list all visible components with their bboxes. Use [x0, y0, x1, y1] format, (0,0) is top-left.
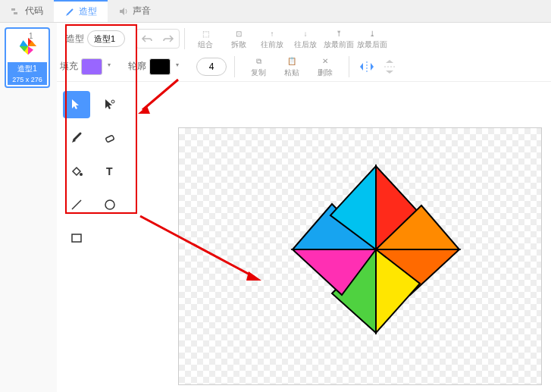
- style-toolbar: 填充 轮廓 ⧉复制 📋粘贴 ✕删除: [57, 52, 551, 82]
- tool-select[interactable]: [63, 91, 90, 118]
- tool-text[interactable]: T: [96, 158, 124, 185]
- thumb-size: 275 x 276: [8, 76, 47, 85]
- outline-color-picker[interactable]: [149, 58, 171, 75]
- fill-group: 填充: [60, 58, 102, 75]
- svg-marker-7: [20, 40, 28, 46]
- svg-point-11: [111, 100, 114, 103]
- svg-point-14: [80, 173, 83, 176]
- paste-icon: 📋: [287, 55, 296, 67]
- tool-circle[interactable]: [96, 191, 124, 218]
- costume-list: 1 造型1 275 x 276: [0, 23, 57, 392]
- toolbox: T: [57, 82, 125, 392]
- arrange-actions: ⬚组合 ⊡拆散 ↑往前放 ↓往后放 ⤒放最前面 ⤓放最后面: [189, 25, 388, 52]
- costume-name-group: 造型: [60, 27, 131, 50]
- ungroup-icon: ⊡: [236, 27, 242, 39]
- backward-button[interactable]: ↓往后放: [290, 25, 321, 52]
- costume-name-input[interactable]: [87, 30, 125, 47]
- edit-actions: ⧉复制 📋粘贴 ✕删除: [243, 53, 341, 80]
- costume-name-label: 造型: [66, 33, 84, 45]
- front-icon: ⤒: [336, 27, 342, 39]
- svg-text:T: T: [106, 165, 113, 177]
- stroke-width-input[interactable]: [196, 58, 227, 76]
- undo-button[interactable]: [136, 30, 158, 48]
- flip-group: [357, 58, 399, 76]
- svg-rect-1: [14, 12, 17, 14]
- canvas-area: [125, 82, 551, 392]
- svg-rect-13: [105, 135, 114, 143]
- brush-icon: [64, 7, 75, 17]
- svg-rect-0: [11, 8, 15, 11]
- pinwheel-drawing: [270, 143, 482, 356]
- sound-icon: [118, 6, 129, 17]
- group-button[interactable]: ⬚组合: [189, 25, 221, 52]
- svg-point-17: [105, 200, 114, 209]
- separator: [349, 56, 349, 77]
- group-icon: ⬚: [202, 27, 209, 39]
- svg-rect-18: [72, 234, 81, 242]
- svg-line-2: [68, 9, 73, 14]
- forward-icon: ↑: [271, 27, 274, 39]
- tool-rect[interactable]: [63, 224, 90, 252]
- tab-sounds-label: 声音: [133, 5, 151, 17]
- tool-eraser[interactable]: [96, 124, 124, 152]
- forward-button[interactable]: ↑往前放: [256, 25, 288, 52]
- tab-code[interactable]: 代码: [0, 0, 54, 22]
- drawing-canvas[interactable]: [178, 127, 542, 385]
- paste-button[interactable]: 📋粘贴: [276, 53, 308, 80]
- editor-tabs: 代码 造型 声音: [0, 0, 551, 23]
- tab-code-label: 代码: [25, 5, 43, 17]
- tool-fill[interactable]: [63, 158, 90, 185]
- tab-costumes-label: 造型: [79, 5, 97, 18]
- tool-brush[interactable]: [63, 124, 90, 152]
- svg-line-16: [72, 200, 81, 209]
- backward-icon: ↓: [304, 27, 308, 39]
- thumb-name: 造型1: [8, 62, 47, 76]
- outline-group: 轮廓: [128, 58, 171, 75]
- undo-redo-group: [136, 29, 180, 49]
- redo-button[interactable]: [158, 30, 179, 48]
- separator: [234, 56, 235, 77]
- tab-costumes[interactable]: 造型: [54, 0, 108, 22]
- svg-line-12: [74, 133, 80, 140]
- flip-horizontal-button[interactable]: [357, 58, 377, 76]
- costume-editor: 造型 ⬚组合 ⊡拆散 ↑往前放 ↓往后放 ⤒放最前面 ⤓放最后面 填充: [57, 23, 551, 392]
- workspace: T: [57, 82, 551, 392]
- copy-icon: ⧉: [256, 55, 261, 67]
- thumb-number: 1: [29, 32, 33, 40]
- fill-label: 填充: [60, 60, 78, 73]
- thumb-preview: [8, 30, 49, 62]
- top-toolbar: 造型 ⬚组合 ⊡拆散 ↑往前放 ↓往后放 ⤒放最前面 ⤓放最后面: [57, 23, 551, 52]
- outline-label: 轮廓: [128, 60, 146, 73]
- front-button[interactable]: ⤒放最前面: [323, 25, 355, 52]
- separator: [184, 28, 185, 49]
- back-icon: ⤓: [369, 27, 375, 39]
- tool-line[interactable]: [63, 191, 90, 218]
- fill-color-picker[interactable]: [81, 58, 102, 75]
- ungroup-button[interactable]: ⊡拆散: [223, 25, 255, 52]
- copy-button[interactable]: ⧉复制: [243, 53, 274, 80]
- costume-thumb-1[interactable]: 1 造型1 275 x 276: [5, 27, 50, 88]
- tab-sounds[interactable]: 声音: [108, 0, 161, 22]
- code-icon: [11, 6, 21, 17]
- flip-vertical-button[interactable]: [380, 58, 399, 76]
- svg-marker-8: [28, 46, 33, 55]
- delete-button[interactable]: ✕删除: [309, 53, 341, 80]
- main-area: 1 造型1 275 x 276 造型: [0, 23, 551, 392]
- back-button[interactable]: ⤓放最后面: [356, 25, 388, 52]
- tool-reshape[interactable]: [96, 91, 124, 118]
- delete-icon: ✕: [322, 55, 328, 67]
